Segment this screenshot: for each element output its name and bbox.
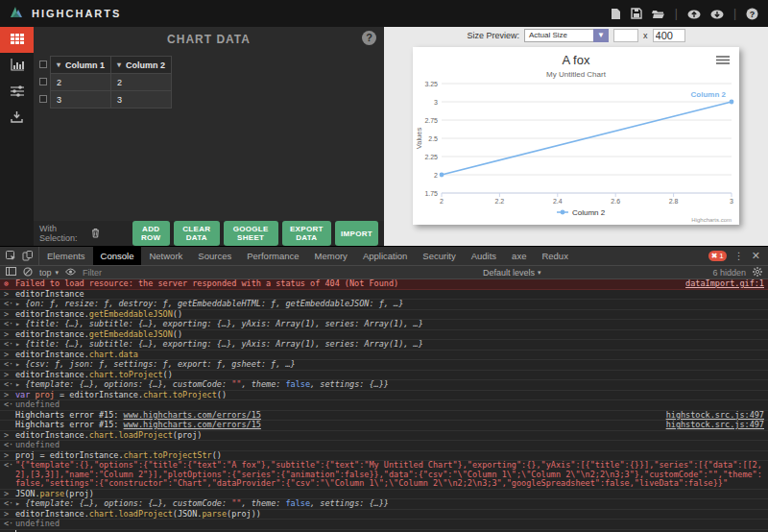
select-all-checkbox[interactable] (39, 60, 47, 68)
add-row-button[interactable]: ADD ROW (132, 221, 170, 246)
live-expression-eye-icon[interactable] (65, 268, 76, 278)
console-input-chevron: > (4, 330, 15, 340)
console-segment: (proj) (64, 489, 94, 498)
source-link[interactable]: highstock.src.js:497 (659, 421, 764, 430)
tab-memory[interactable]: Memory (307, 247, 355, 265)
chevron-down-icon[interactable]: ▾ (57, 60, 60, 69)
preview-height-input[interactable] (653, 29, 685, 42)
tab-performance[interactable]: Performance (239, 247, 306, 265)
trash-icon[interactable] (91, 225, 100, 242)
export-data-button[interactable]: EXPORT DATA (282, 221, 332, 246)
chart-svg[interactable]: A foxMy Untitled Chart1.7522.252.52.7533… (413, 47, 739, 225)
hidden-messages-label[interactable]: 6 hidden (712, 268, 746, 278)
console-segment: {on: ƒ, resize: ƒ, destroy: ƒ, getEmbedd… (25, 299, 403, 308)
console-output-line[interactable]: <·"{"template":{},"options":{"title":{"t… (0, 461, 768, 490)
help-icon[interactable]: ? (746, 8, 758, 20)
console-segment: undefined (15, 440, 60, 449)
console-line-content: editorInstance.chart.loadProject(proj) (15, 431, 764, 441)
log-levels-select[interactable]: Default levels▾ (483, 268, 541, 278)
column-header[interactable]: ▾Column 2 (111, 57, 172, 74)
tab-audits[interactable]: Audits (464, 247, 504, 265)
sidebar-item-customize[interactable] (0, 79, 34, 105)
table-row: 22 (51, 74, 172, 91)
console-error-line[interactable]: ⊗Failed to load resource: the server res… (0, 279, 768, 290)
console-line-content: ▸ {csv: ƒ, json: ƒ, settings: ƒ, export:… (15, 360, 764, 370)
data-table: ▾Column 1▾Column 2 2233 (50, 56, 172, 109)
console-output-line[interactable]: <·undefined (0, 520, 768, 530)
chart-context-menu-icon[interactable] (716, 57, 730, 63)
x-tick-label: 3 (730, 198, 733, 205)
top-bar: HIGHCHARTS | | ? (0, 0, 768, 27)
chevron-down-icon: ▼ (593, 29, 609, 42)
sidebar-item-export[interactable] (0, 105, 34, 131)
console-line-content: undefined (15, 520, 764, 529)
clear-data-button[interactable]: CLEAR DATA (174, 221, 220, 246)
inspect-element-icon[interactable] (6, 248, 16, 265)
column-header[interactable]: ▾Column 1 (51, 57, 111, 74)
source-link[interactable]: highstock.src.js:497 (659, 411, 764, 421)
console-output-arrow: <· (4, 441, 15, 450)
export-download-icon (11, 109, 23, 127)
console-segment: www.highcharts.com/errors/15 (124, 410, 261, 420)
error-count-badge[interactable]: ✖1 (708, 251, 727, 261)
row-checkbox[interactable] (39, 95, 47, 103)
console-segment: chart.toProjectStr (124, 450, 212, 460)
device-toolbar-icon[interactable] (22, 248, 33, 265)
console-output-arrow: <· (4, 360, 15, 370)
tab-axe[interactable]: axe (504, 247, 534, 265)
panel-help-icon[interactable]: ? (362, 31, 376, 45)
tab-application[interactable]: Application (355, 247, 415, 265)
series-data-label: Column 2 (691, 90, 727, 99)
row-checkbox[interactable] (39, 78, 47, 85)
cloud-download-icon[interactable] (710, 9, 724, 19)
sidebar-item-data[interactable] (0, 27, 34, 53)
console-segment: , theme: (241, 498, 285, 508)
tab-console[interactable]: Console (93, 247, 142, 265)
preview-width-input[interactable] (613, 29, 638, 42)
tab-network[interactable]: Network (141, 247, 190, 265)
table-cell[interactable]: 3 (51, 91, 111, 109)
y-tick-label: 3 (434, 99, 438, 106)
table-cell[interactable]: 2 (51, 74, 111, 91)
customize-sliders-icon (11, 84, 24, 101)
open-folder-icon[interactable] (652, 9, 665, 19)
console-segment: getEmbeddableJSON (89, 309, 173, 319)
console-output[interactable]: ⊗Failed to load resource: the server res… (0, 279, 768, 532)
table-cell[interactable]: 2 (111, 74, 172, 91)
legend-item-label[interactable]: Column 2 (572, 208, 606, 217)
console-segment: chart.data (89, 350, 138, 359)
console-input-chevron: > (4, 310, 15, 320)
console-filter-input[interactable]: Filter (83, 268, 323, 278)
clear-console-icon[interactable] (23, 267, 33, 278)
table-cell[interactable]: 3 (111, 91, 172, 109)
x-tick-label: 2.4 (553, 198, 563, 205)
source-link[interactable]: dataImport.gif:1 (678, 279, 764, 289)
console-segment: chart.toProject (143, 390, 217, 399)
tab-sources[interactable]: Sources (190, 247, 239, 265)
cloud-upload-icon[interactable] (687, 9, 701, 19)
import-button[interactable]: IMPORT (335, 221, 378, 246)
execution-context-select[interactable]: top▾ (39, 268, 59, 278)
save-icon[interactable] (631, 8, 642, 19)
console-sidebar-icon[interactable] (6, 267, 16, 278)
tab-redux[interactable]: Redux (534, 247, 575, 265)
console-output-arrow: <· (4, 400, 15, 410)
console-segment: editorInstance. (15, 430, 89, 440)
console-settings-gear-icon[interactable] (753, 267, 762, 278)
tab-security[interactable]: Security (415, 247, 463, 265)
console-segment: www.highcharts.com/errors/15 (124, 420, 261, 429)
devtools-tab-bar: ElementsConsoleNetworkSourcesPerformance… (0, 247, 768, 266)
close-devtools-icon[interactable]: ✕ (752, 250, 760, 262)
console-line-content: ▸ {template: {…}, options: {…}, customCo… (15, 380, 764, 390)
sidebar-item-templates[interactable] (0, 53, 34, 79)
chart-credits[interactable]: Highcharts.com (691, 217, 732, 223)
console-input-line[interactable]: >var proj = editorInstance.chart.toProje… (0, 391, 768, 401)
tab-elements[interactable]: Elements (39, 247, 93, 265)
size-preview-select[interactable]: Actual Size ▼ (524, 29, 609, 42)
console-input-line[interactable]: >editorInstance.chart.loadProject(proj) (0, 431, 768, 442)
chevron-down-icon[interactable]: ▾ (117, 60, 121, 69)
console-input-line[interactable]: >editorInstance.chart.loadProject(JSON.p… (0, 510, 768, 520)
new-file-icon[interactable] (611, 8, 621, 20)
google-sheet-button[interactable]: GOOGLE SHEET (224, 221, 278, 246)
kebab-menu-icon[interactable]: ⋮ (734, 251, 744, 261)
